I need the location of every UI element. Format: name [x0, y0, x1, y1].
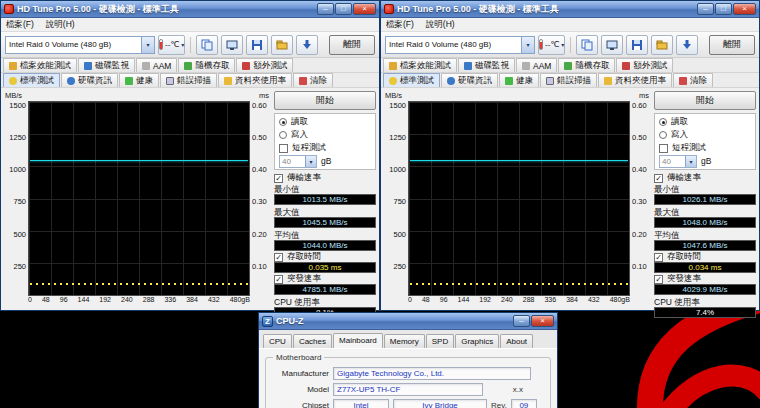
tab-extra-tests[interactable]: 額外測試 [236, 58, 293, 72]
x-axis-label: 336 [544, 296, 556, 307]
minimize-button[interactable] [697, 3, 714, 15]
temperature-button[interactable]: --℃ [158, 35, 185, 55]
burst-rate-value: 4785.1 MB/s [274, 284, 376, 295]
exit-button[interactable]: 離開 [329, 35, 375, 55]
y-axis-label: 0.40 [250, 165, 270, 174]
tab-erase[interactable]: 清除 [293, 73, 333, 87]
screenshot-button[interactable] [221, 35, 243, 55]
maximize-button[interactable] [715, 3, 732, 15]
x-axis-label: 288 [143, 296, 155, 307]
tab-about[interactable]: About [500, 334, 533, 348]
short-stroke-value: 40 [280, 157, 305, 166]
tab-file-benchmark[interactable]: 檔案效能測試 [383, 58, 457, 72]
export-button[interactable] [651, 35, 673, 55]
screenshot-button[interactable] [601, 35, 623, 55]
copy-button[interactable] [196, 35, 218, 55]
tab-disk-info[interactable]: 硬碟資訊 [441, 73, 498, 87]
tab-benchmark[interactable]: 標準測試 [3, 73, 60, 87]
transfer-rate-checkbox[interactable] [654, 174, 663, 183]
tab-label: 資料夾使用率 [615, 75, 666, 87]
chevron-down-icon [181, 41, 184, 48]
short-stroke-select[interactable]: 40 [659, 155, 697, 168]
transfer-rate-checkbox[interactable] [274, 174, 283, 183]
update-button[interactable] [676, 35, 698, 55]
tab-error-scan[interactable]: 錯誤掃描 [160, 73, 217, 87]
wallpaper-red-graphic [540, 306, 760, 408]
tab-spd[interactable]: SPD [426, 334, 454, 348]
toolbar-separator [190, 37, 191, 53]
tab-disk-monitor[interactable]: 磁碟監視 [458, 58, 515, 72]
thermometer-icon [159, 39, 163, 50]
write-radio[interactable] [279, 131, 287, 139]
short-stroke-checkbox[interactable] [659, 144, 668, 153]
write-radio[interactable] [659, 131, 667, 139]
health-icon [125, 77, 133, 85]
tab-folder-usage[interactable]: 資料夾使用率 [218, 73, 292, 87]
burst-rate-checkbox[interactable] [274, 275, 283, 284]
temperature-button[interactable]: --℃ [538, 35, 565, 55]
tab-disk-monitor[interactable]: 磁碟監視 [78, 58, 135, 72]
access-time-checkbox[interactable] [654, 253, 663, 262]
exit-button[interactable]: 離開 [709, 35, 755, 55]
tab-extra-tests[interactable]: 額外測試 [616, 58, 673, 72]
close-button[interactable] [353, 3, 376, 15]
tab-benchmark[interactable]: 標準測試 [383, 73, 440, 87]
minimize-button[interactable] [317, 3, 334, 15]
tab-error-scan[interactable]: 錯誤掃描 [540, 73, 597, 87]
burst-rate-checkbox[interactable] [654, 275, 663, 284]
y-axis-left: 150012501000750500250 [4, 101, 28, 271]
drive-select[interactable]: Intel Raid 0 Volume (480 gB) [5, 36, 155, 54]
tab-random-access[interactable]: 隨機存取 [178, 58, 235, 72]
tab-memory[interactable]: Memory [384, 334, 425, 348]
chipset-row: Chipset Intel Ivy Bridge Rev. 09 [271, 399, 545, 408]
tab-label: 額外測試 [253, 60, 287, 72]
tab-label: 磁碟監視 [475, 60, 509, 72]
short-stroke-select[interactable]: 40 [279, 155, 317, 168]
file-benchmark-icon [389, 62, 397, 70]
start-button[interactable]: 開始 [274, 91, 376, 110]
x-axis-label: 432 [208, 296, 220, 307]
drive-select[interactable]: Intel Raid 0 Volume (480 gB) [385, 36, 535, 54]
menu-file[interactable]: 檔案(F) [386, 19, 414, 31]
y-axis-label: 0.50 [630, 133, 650, 142]
tab-health[interactable]: 健康 [119, 73, 159, 87]
tab-erase[interactable]: 清除 [673, 73, 713, 87]
menu-help[interactable]: 說明(H) [426, 19, 455, 31]
access-time-checkbox[interactable] [274, 253, 283, 262]
cpuz-app-icon: Z [262, 316, 273, 327]
tab-file-benchmark[interactable]: 檔案效能測試 [3, 58, 77, 72]
save-button[interactable] [246, 35, 268, 55]
transfer-rate-line [30, 160, 248, 161]
tab-random-access[interactable]: 隨機存取 [558, 58, 615, 72]
menu-file[interactable]: 檔案(F) [6, 19, 34, 31]
export-button[interactable] [271, 35, 293, 55]
save-button[interactable] [626, 35, 648, 55]
update-button[interactable] [296, 35, 318, 55]
titlebar[interactable]: HD Tune Pro 5.00 - 硬碟檢測 - 標準工具 [1, 1, 379, 18]
tab-cpu[interactable]: CPU [263, 334, 292, 348]
start-button[interactable]: 開始 [654, 91, 756, 110]
maximize-button[interactable] [335, 3, 352, 15]
cpuz-window: Z CPU-Z CPU Caches Mainboard Memory SPD … [258, 312, 558, 408]
tab-health[interactable]: 健康 [499, 73, 539, 87]
tab-graphics[interactable]: Graphics [455, 334, 499, 348]
close-button[interactable] [531, 315, 554, 327]
read-radio[interactable] [279, 118, 287, 126]
minimize-button[interactable] [513, 315, 530, 327]
x-axis: 04896144192240288336384432480gB [28, 296, 250, 307]
tab-aam[interactable]: AAM [136, 58, 177, 72]
titlebar[interactable]: HD Tune Pro 5.00 - 硬碟檢測 - 標準工具 [381, 1, 759, 18]
tab-folder-usage[interactable]: 資料夾使用率 [598, 73, 672, 87]
tab-caches[interactable]: Caches [293, 334, 332, 348]
tab-label: 隨機存取 [575, 60, 609, 72]
close-button[interactable] [733, 3, 756, 15]
menu-help[interactable]: 說明(H) [46, 19, 75, 31]
tab-mainboard[interactable]: Mainboard [333, 333, 383, 348]
read-radio[interactable] [659, 118, 667, 126]
tab-disk-info[interactable]: 硬碟資訊 [61, 73, 118, 87]
short-stroke-checkbox[interactable] [279, 144, 288, 153]
copy-button[interactable] [576, 35, 598, 55]
transfer-rate-label: 傳輸速率 [287, 172, 321, 184]
tab-aam[interactable]: AAM [516, 58, 557, 72]
titlebar[interactable]: Z CPU-Z [259, 313, 557, 330]
